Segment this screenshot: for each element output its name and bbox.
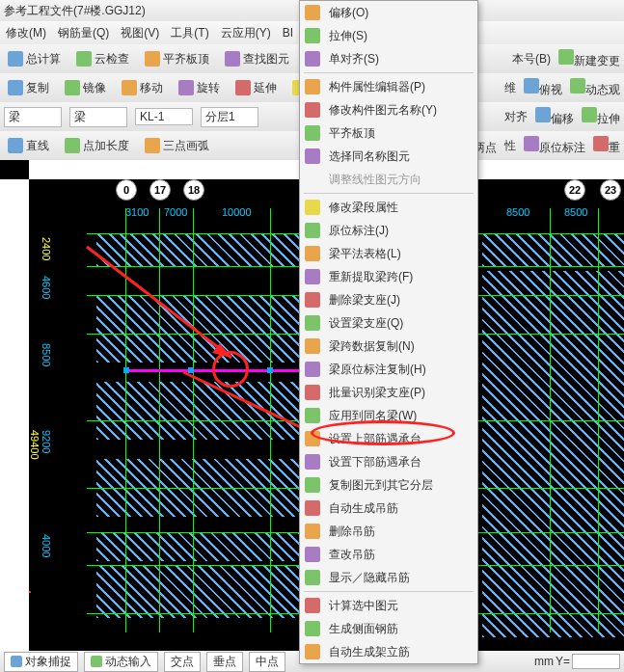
btn-dynview[interactable]: 动态观: [570, 78, 620, 98]
cm-item[interactable]: 设置梁支座(Q): [300, 311, 477, 335]
cm-item[interactable]: 梁原位标注复制(H): [300, 358, 477, 381]
cm-item[interactable]: 拉伸(S): [300, 24, 477, 47]
status-cross[interactable]: 交点: [164, 652, 201, 672]
cm-item[interactable]: 重新提取梁跨(F): [300, 265, 477, 288]
cm-item[interactable]: 计算选中图元: [300, 594, 477, 617]
btn-copy[interactable]: 复制: [4, 78, 53, 98]
cm-item[interactable]: 修改梁段属性: [300, 196, 477, 219]
btn-extend[interactable]: 延伸: [231, 78, 281, 98]
btn-wei[interactable]: 维: [504, 80, 516, 96]
cm-label: 设置梁支座(Q): [329, 315, 403, 332]
menu-tool[interactable]: 工具(T): [171, 25, 208, 41]
status-perp[interactable]: 垂点: [206, 652, 243, 672]
cm-item[interactable]: 偏移(O): [300, 1, 477, 24]
btn-new-change[interactable]: 新建变更: [558, 49, 620, 69]
sel-type[interactable]: 梁: [69, 107, 127, 127]
cm-item[interactable]: 平齐板顶: [300, 121, 477, 145]
cm-item[interactable]: 生成侧面钢筋: [300, 617, 477, 640]
gridline-v: [598, 208, 599, 632]
btn-topview[interactable]: 俯视: [524, 78, 562, 98]
cm-item[interactable]: 梁平法表格(L): [300, 242, 477, 265]
status-dyn[interactable]: 动态输入: [84, 652, 158, 672]
context-menu[interactable]: 偏移(O)拉伸(S)单对齐(S)构件属性编辑器(P)修改构件图元名称(Y)平齐板…: [299, 0, 478, 664]
selected-beam[interactable]: [125, 369, 318, 372]
cm-label: 设置下部筋遇承台: [329, 454, 421, 470]
dim-10000: 10000: [222, 206, 252, 218]
sel-category[interactable]: 梁: [4, 107, 62, 127]
cm-label: 查改吊筋: [329, 547, 375, 563]
btn-offset[interactable]: 偏移: [535, 107, 574, 127]
cm-icon: [304, 171, 321, 188]
beam-grip[interactable]: [123, 367, 129, 373]
cm-item[interactable]: 选择同名称图元: [300, 145, 477, 168]
gridline-v: [550, 208, 551, 632]
cm-label: 构件属性编辑器(P): [329, 79, 425, 95]
cm-item[interactable]: 自动生成架立筋: [300, 640, 477, 663]
menu-bi[interactable]: BI: [283, 26, 293, 40]
btn-mirror[interactable]: 镜像: [61, 78, 110, 98]
menu-cloud[interactable]: 云应用(Y): [221, 25, 271, 41]
cm-item[interactable]: 设置上部筋遇承台: [300, 427, 477, 450]
menu-view[interactable]: 视图(V): [121, 25, 159, 41]
cm-item[interactable]: 单对齐(S): [300, 47, 477, 70]
cm-icon: [304, 499, 321, 517]
btn-cloud-check[interactable]: 云检查: [72, 49, 133, 69]
cm-icon: [304, 569, 321, 586]
dim-7000: 7000: [164, 206, 187, 218]
grid-bubble-18: 18: [183, 179, 204, 201]
menu-modify[interactable]: 修改(M): [6, 25, 46, 41]
cm-label: 重新提取梁跨(F): [329, 269, 413, 285]
cm-item[interactable]: 应用到同名梁(W): [300, 404, 477, 427]
cm-item[interactable]: 删除梁支座(J): [300, 288, 477, 311]
cm-icon: [304, 27, 321, 44]
dim-8500a: 8500: [506, 206, 529, 218]
cm-icon: [304, 430, 321, 447]
coord-y-input[interactable]: [572, 654, 620, 669]
cm-icon: [304, 620, 321, 637]
sel-name[interactable]: KL-1: [135, 108, 193, 125]
grid-bubble-0: 0: [116, 179, 137, 201]
cm-item[interactable]: 设置下部筋遇承台: [300, 450, 477, 473]
btn-find-elem[interactable]: 查找图元: [221, 49, 293, 69]
btn-version[interactable]: 本号(B): [512, 51, 551, 67]
btn-move[interactable]: 移动: [118, 78, 167, 98]
btn-addlen[interactable]: 点加长度: [61, 136, 133, 156]
cm-label: 删除吊筋: [329, 524, 375, 540]
btn-arc[interactable]: 三点画弧: [141, 136, 213, 156]
cm-item[interactable]: 梁跨数据复制(N): [300, 335, 477, 358]
cm-item[interactable]: 查改吊筋: [300, 543, 477, 566]
cm-separator: [304, 591, 474, 592]
cm-item[interactable]: 自动生成吊筋: [300, 497, 477, 520]
cm-icon: [304, 597, 321, 614]
status-mid[interactable]: 中点: [249, 652, 285, 672]
beam-grip[interactable]: [188, 367, 194, 373]
dim-8500b: 8500: [564, 206, 587, 218]
btn-origin[interactable]: 原位标注: [524, 136, 585, 156]
btn-prop[interactable]: 性: [504, 138, 516, 154]
cm-icon: [304, 337, 321, 355]
cm-label: 生成侧面钢筋: [329, 621, 398, 637]
btn-rebar[interactable]: 重: [593, 136, 620, 156]
cm-item[interactable]: 修改构件图元名称(Y): [300, 98, 477, 121]
cm-item[interactable]: 删除吊筋: [300, 520, 477, 543]
status-snap[interactable]: 对象捕捉: [4, 652, 78, 672]
menu-rebar[interactable]: 钢筋量(Q): [58, 25, 109, 41]
hatch-top-right: [482, 233, 624, 266]
btn-line[interactable]: 直线: [4, 136, 53, 156]
btn-flat-top[interactable]: 平齐板顶: [141, 49, 213, 69]
cm-item[interactable]: 复制图元到其它分层: [300, 473, 477, 497]
sel-layer[interactable]: 分层1: [201, 107, 258, 127]
cm-item[interactable]: 原位标注(J): [300, 219, 477, 242]
btn-total-calc[interactable]: 总计算: [4, 49, 65, 69]
cm-item[interactable]: 显示／隐藏吊筋: [300, 566, 477, 589]
btn-stretch[interactable]: 拉伸: [582, 107, 620, 127]
cm-item[interactable]: 构件属性编辑器(P): [300, 75, 477, 98]
btn-align[interactable]: 对齐: [504, 109, 528, 125]
btn-rotate[interactable]: 旋转: [175, 78, 224, 98]
cm-label: 原位标注(J): [329, 223, 389, 239]
dim-4600: 4600: [41, 276, 52, 299]
beam-grip[interactable]: [267, 367, 273, 373]
dim-49400: 49400: [29, 430, 41, 460]
cm-label: 应用到同名梁(W): [329, 408, 417, 424]
cm-item[interactable]: 批量识别梁支座(P): [300, 381, 477, 404]
